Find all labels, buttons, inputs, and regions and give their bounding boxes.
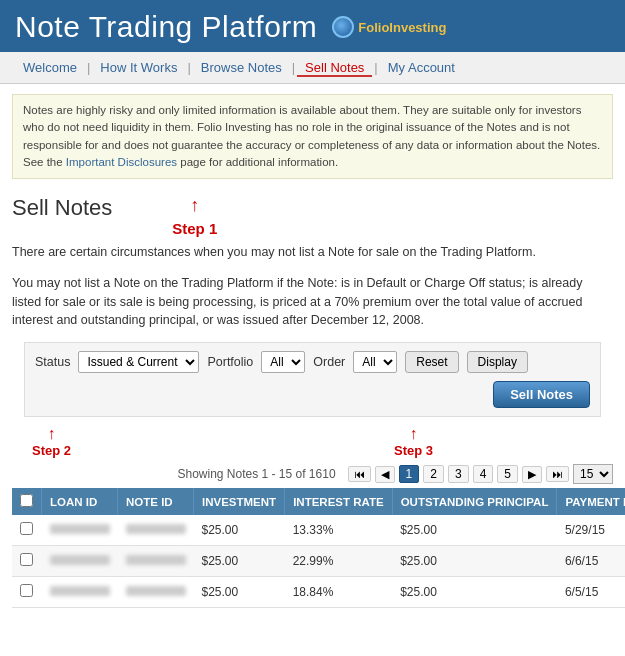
disclaimer-box: Notes are highly risky and only limited … xyxy=(12,94,613,179)
step1-label: Step 1 xyxy=(172,220,217,237)
nav-how-it-works[interactable]: How It Works xyxy=(92,58,185,77)
row3-checkbox[interactable] xyxy=(12,577,42,608)
page-4-button[interactable]: 4 xyxy=(473,465,494,483)
page-5-button[interactable]: 5 xyxy=(497,465,518,483)
row1-investment: $25.00 xyxy=(194,515,285,546)
header: Note Trading Platform FolioInvesting xyxy=(0,0,625,52)
status-select[interactable]: Issued & Current All Default Charge Off xyxy=(78,351,199,373)
row1-note-id xyxy=(118,515,194,546)
status-label: Status xyxy=(35,355,70,369)
page-prev-button[interactable]: ◀ xyxy=(375,466,395,483)
table-row: $25.00 13.33% $25.00 5/29/15 Issued xyxy=(12,515,625,546)
folio-logo: FolioInvesting xyxy=(332,16,446,38)
disclaimer-link[interactable]: Important Disclosures xyxy=(66,156,177,168)
step2-arrow-up: ↑ xyxy=(48,425,56,443)
table-header-row: LOAN ID NOTE ID INVESTMENT INTEREST RATE… xyxy=(12,488,625,515)
col-note-id: NOTE ID xyxy=(118,488,194,515)
pagination-row: Showing Notes 1 - 15 of 1610 ⏮ ◀ 1 2 3 4… xyxy=(0,460,625,488)
col-loan-id: LOAN ID xyxy=(42,488,118,515)
per-page-select[interactable]: 15 25 50 xyxy=(573,464,613,484)
row3-outstanding-principal: $25.00 xyxy=(392,577,557,608)
row1-check[interactable] xyxy=(20,522,33,535)
step3-label: Step 3 xyxy=(394,443,433,458)
row1-checkbox[interactable] xyxy=(12,515,42,546)
row2-payment-due-date: 6/6/15 xyxy=(557,546,625,577)
col-payment-due-date: PAYMENT DUE DATE xyxy=(557,488,625,515)
step2-label: Step 2 xyxy=(32,443,71,458)
page-title-header: Note Trading Platform xyxy=(15,10,317,44)
page-1-button[interactable]: 1 xyxy=(399,465,420,483)
nav-sell-notes[interactable]: Sell Notes xyxy=(297,58,372,77)
row3-investment: $25.00 xyxy=(194,577,285,608)
row1-outstanding-principal: $25.00 xyxy=(392,515,557,546)
row2-check[interactable] xyxy=(20,553,33,566)
page-2-button[interactable]: 2 xyxy=(423,465,444,483)
portfolio-select[interactable]: All xyxy=(261,351,305,373)
step2-annotation: ↑ Step 2 xyxy=(32,425,71,458)
step-annotations-row: ↑ Step 2 ↑ Step 3 xyxy=(0,425,625,458)
select-all-checkbox[interactable] xyxy=(20,494,33,507)
col-outstanding-principal: OUTSTANDING PRINCIPAL xyxy=(392,488,557,515)
main-nav: Welcome | How It Works | Browse Notes | … xyxy=(0,52,625,84)
table-row: $25.00 18.84% $25.00 6/5/15 Issued xyxy=(12,577,625,608)
row2-note-id xyxy=(118,546,194,577)
page-3-button[interactable]: 3 xyxy=(448,465,469,483)
description2: You may not list a Note on the Trading P… xyxy=(0,270,625,334)
step3-arrow-up: ↑ xyxy=(409,425,417,443)
row3-loan-id xyxy=(42,577,118,608)
page-title-area: Sell Notes ↑ Step 1 xyxy=(0,189,625,239)
notes-table: LOAN ID NOTE ID INVESTMENT INTEREST RATE… xyxy=(12,488,625,608)
col-interest-rate: INTEREST RATE xyxy=(285,488,393,515)
nav-welcome[interactable]: Welcome xyxy=(15,58,85,77)
row3-check[interactable] xyxy=(20,584,33,597)
order-select[interactable]: All xyxy=(353,351,397,373)
row2-checkbox[interactable] xyxy=(12,546,42,577)
row1-loan-id xyxy=(42,515,118,546)
row1-payment-due-date: 5/29/15 xyxy=(557,515,625,546)
nav-my-account[interactable]: My Account xyxy=(380,58,463,77)
reset-button[interactable]: Reset xyxy=(405,351,458,373)
page-first-button[interactable]: ⏮ xyxy=(348,466,371,482)
folio-logo-text: FolioInvesting xyxy=(358,20,446,35)
row3-payment-due-date: 6/5/15 xyxy=(557,577,625,608)
row1-interest-rate: 13.33% xyxy=(285,515,393,546)
col-investment: INVESTMENT xyxy=(194,488,285,515)
folio-globe-icon xyxy=(332,16,354,38)
display-button[interactable]: Display xyxy=(467,351,528,373)
order-label: Order xyxy=(313,355,345,369)
showing-text: Showing Notes 1 - 15 of 1610 xyxy=(177,467,335,481)
row2-interest-rate: 22.99% xyxy=(285,546,393,577)
description1: There are certain circumstances when you… xyxy=(0,239,625,266)
step3-annotation: ↑ Step 3 xyxy=(394,425,433,458)
step1-area: ↑ Step 1 xyxy=(172,195,217,237)
page-next-button[interactable]: ▶ xyxy=(522,466,542,483)
sell-notes-title: Sell Notes xyxy=(12,195,112,221)
row2-loan-id xyxy=(42,546,118,577)
filters-wrapper: Status Issued & Current All Default Char… xyxy=(0,342,625,417)
row2-investment: $25.00 xyxy=(194,546,285,577)
filters-area: Status Issued & Current All Default Char… xyxy=(24,342,601,417)
row3-note-id xyxy=(118,577,194,608)
portfolio-label: Portfolio xyxy=(207,355,253,369)
table-row: $25.00 22.99% $25.00 6/6/15 Issued Step … xyxy=(12,546,625,577)
step1-arrow-up: ↑ xyxy=(190,195,199,216)
page-last-button[interactable]: ⏭ xyxy=(546,466,569,482)
sell-notes-button[interactable]: Sell Notes xyxy=(493,381,590,408)
row2-outstanding-principal: $25.00 xyxy=(392,546,557,577)
nav-browse-notes[interactable]: Browse Notes xyxy=(193,58,290,77)
row3-interest-rate: 18.84% xyxy=(285,577,393,608)
col-checkbox xyxy=(12,488,42,515)
